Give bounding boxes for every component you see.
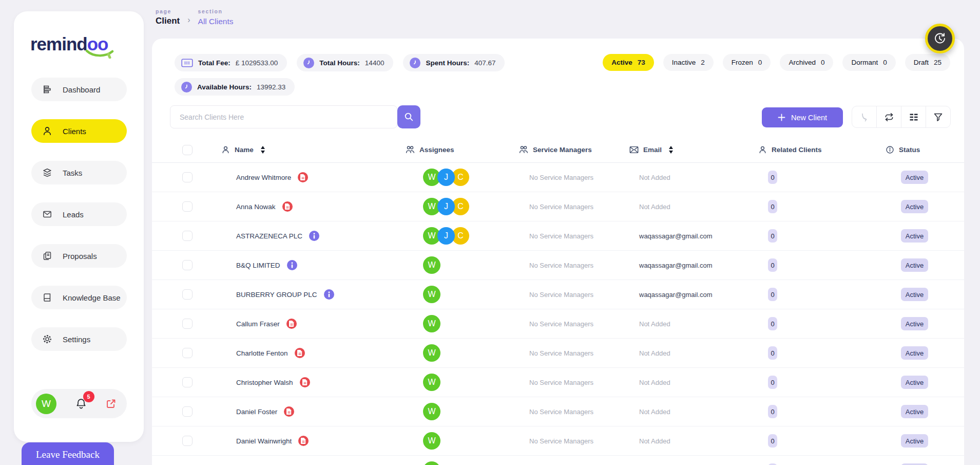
table-row[interactable]: Christopher Walsh W No Service Managers … [152,368,964,397]
table-row[interactable]: Callum Fraser W No Service Managers Not … [152,309,964,339]
document-badge-icon[interactable] [284,406,294,417]
table-row[interactable]: ASTRAZENECA PLC WJC No Service Managers … [152,221,964,251]
assignee-avatar[interactable]: W [423,374,440,391]
table-row[interactable]: B&Q LIMITED W No Service Managers waqass… [152,251,964,280]
related-clients-badge[interactable]: 0 [768,405,777,418]
assignee-avatar[interactable]: W [423,286,440,303]
search-button[interactable] [397,105,420,128]
document-badge-icon[interactable] [300,377,310,387]
table-row[interactable]: BURBERRY GROUP PLC W No Service Managers… [152,280,964,309]
document-badge-icon[interactable] [282,201,293,212]
document-badge-icon[interactable] [298,436,309,446]
sidebar-item-clients[interactable]: Clients [31,119,127,143]
filter-inactive[interactable]: Inactive2 [663,54,714,71]
user-avatar[interactable]: W [36,394,56,414]
table-row[interactable]: Daniel Foster W No Service Managers Not … [152,397,964,426]
row-checkbox[interactable] [182,231,193,241]
sidebar-item-tasks[interactable]: Tasks [31,161,127,184]
related-clients-badge[interactable]: 0 [768,258,777,272]
filter-active[interactable]: Active73 [603,54,654,71]
sidebar-item-dashboard[interactable]: Dashboard [31,78,127,101]
filter-draft[interactable]: Draft25 [905,54,950,71]
client-name[interactable]: B&Q LIMITED [236,262,280,269]
row-checkbox[interactable] [182,406,193,417]
filter-frozen[interactable]: Frozen0 [723,54,771,71]
client-name[interactable]: Andrew Whitmore [236,174,291,181]
row-checkbox[interactable] [182,260,193,270]
sidebar-item-knowledge-base[interactable]: Knowledge Base [31,286,127,309]
document-badge-icon[interactable] [298,172,308,182]
related-clients-badge[interactable]: 0 [768,171,777,184]
table-row[interactable]: Charlotte Fenton W No Service Managers N… [152,339,964,368]
filter-button[interactable] [926,106,950,127]
refresh-button[interactable] [876,106,901,127]
row-checkbox[interactable] [182,436,193,446]
related-clients-badge[interactable]: 0 [768,229,777,243]
table-row[interactable]: W 0 Active [152,456,964,465]
leave-feedback-button[interactable]: Leave Feedback [22,442,114,465]
client-name[interactable]: Charlotte Fenton [236,349,288,357]
search-input[interactable] [170,105,397,128]
info-badge-icon[interactable] [309,231,319,241]
document-badge-icon[interactable] [286,319,297,329]
new-client-button[interactable]: New Client [762,107,843,127]
row-checkbox[interactable] [182,289,193,300]
logo-text-2: oo [87,34,108,54]
history-button[interactable] [925,24,955,53]
related-clients-badge[interactable]: 0 [768,288,777,301]
client-name[interactable]: Daniel Wainwright [236,437,292,445]
column-header-email[interactable]: Email [629,146,758,154]
client-name[interactable]: Christopher Walsh [236,379,293,386]
sidebar-item-proposals[interactable]: Proposals [31,244,127,268]
assignee-avatar[interactable]: W [423,344,440,362]
row-checkbox[interactable] [182,201,193,212]
filter-archived[interactable]: Archived0 [780,54,833,71]
group-icon [406,145,415,154]
sidebar-item-settings[interactable]: Settings [31,327,127,351]
client-name[interactable]: Daniel Foster [236,408,277,416]
table-row[interactable]: Daniel Wainwright W No Service Managers … [152,426,964,456]
assignee-avatar[interactable]: J [437,227,455,245]
columns-button[interactable] [901,106,926,127]
row-checkbox[interactable] [182,172,193,182]
sidebar-item-leads[interactable]: Leads [31,202,127,226]
client-name[interactable]: ASTRAZENECA PLC [236,232,302,240]
sort-control[interactable] [261,146,265,154]
sort-control[interactable] [669,146,673,154]
related-clients-badge[interactable]: 0 [768,346,777,360]
assignee-avatar[interactable]: J [437,198,455,215]
column-header-name[interactable]: Name [221,145,406,154]
assignee-avatar[interactable]: W [423,461,440,465]
info-badge-icon[interactable] [324,289,334,300]
select-all-checkbox[interactable] [182,145,193,155]
filter-dormant[interactable]: Dormant0 [842,54,895,71]
info-badge-icon[interactable] [287,260,297,270]
client-name[interactable]: Callum Fraser [236,320,280,328]
row-checkbox[interactable] [182,319,193,329]
document-badge-icon[interactable] [295,348,305,358]
breadcrumb-page-value[interactable]: Client [156,16,180,26]
client-name[interactable]: Anna Nowak [236,203,276,211]
notifications-button[interactable]: 5 [74,397,88,411]
related-clients-badge[interactable]: 0 [768,317,777,330]
row-checkbox[interactable] [182,348,193,358]
assignee-avatar[interactable]: W [423,256,440,274]
assignee-avatar[interactable]: W [423,403,440,420]
assignees-cell: W [406,461,519,465]
assignee-avatar[interactable]: J [437,169,455,186]
import-button[interactable] [852,106,876,127]
client-name[interactable]: BURBERRY GROUP PLC [236,291,317,299]
status-badge: Active [901,288,928,301]
breadcrumb-section-value[interactable]: All Clients [198,17,234,26]
service-managers-text: No Service Managers [529,437,593,445]
logout-button[interactable] [105,398,117,410]
status-badge: Active [901,229,928,243]
table-row[interactable]: Anna Nowak WJC No Service Managers Not A… [152,192,964,221]
assignee-avatar[interactable]: W [423,315,440,332]
row-checkbox[interactable] [182,377,193,387]
related-clients-badge[interactable]: 0 [768,376,777,389]
table-row[interactable]: Andrew Whitmore WJC No Service Managers … [152,163,964,192]
assignee-avatar[interactable]: W [423,432,440,450]
related-clients-badge[interactable]: 0 [768,434,777,448]
related-clients-badge[interactable]: 0 [768,200,777,213]
